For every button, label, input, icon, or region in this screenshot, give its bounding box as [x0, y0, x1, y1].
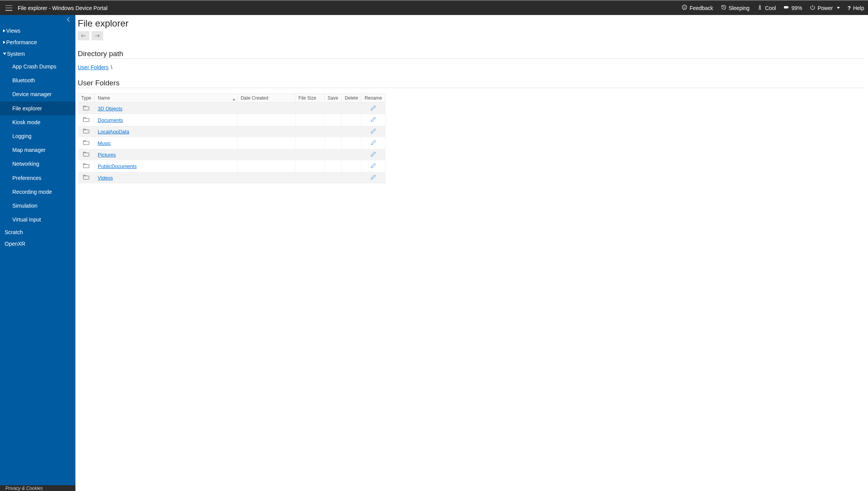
- forward-button[interactable]: [92, 31, 103, 40]
- folder-link[interactable]: PublicDocuments: [98, 163, 137, 169]
- pencil-icon[interactable]: [371, 128, 376, 134]
- svg-point-1: [684, 7, 684, 7]
- type-cell: [78, 137, 95, 149]
- sidebar-item-file-explorer[interactable]: File explorer: [0, 102, 75, 115]
- folder-link[interactable]: Documents: [98, 117, 123, 123]
- sidebar-item-networking[interactable]: Networking: [0, 157, 75, 171]
- table-row: Documents: [78, 114, 386, 126]
- date-cell: [237, 172, 295, 183]
- sidebar-item-device-manager[interactable]: Device manager: [0, 87, 75, 101]
- date-cell: [237, 114, 295, 126]
- sidebar-item-label: OpenXR: [5, 241, 25, 247]
- delete-cell: [341, 160, 361, 172]
- sidebar-item-kiosk-mode[interactable]: Kiosk mode: [0, 115, 75, 129]
- sidebar-item-recording-mode[interactable]: Recording mode: [0, 185, 75, 199]
- sidebar-item-label: Bluetooth: [12, 77, 35, 83]
- feedback-label: Feedback: [689, 5, 713, 11]
- sidebar-item-label: File explorer: [12, 105, 42, 112]
- size-cell: [295, 103, 324, 115]
- table-row: 3D Objects: [78, 103, 386, 115]
- folder-icon: [83, 175, 89, 181]
- thermometer-icon: [757, 5, 763, 11]
- folder-link[interactable]: 3D Objects: [98, 106, 122, 112]
- svg-rect-10: [83, 130, 89, 133]
- col-rename[interactable]: Rename: [361, 94, 385, 103]
- rename-cell: [361, 160, 385, 172]
- folder-icon: [83, 163, 89, 169]
- save-cell: [324, 103, 341, 115]
- name-cell: 3D Objects: [95, 103, 238, 115]
- privacy-link[interactable]: Privacy & Cookies: [5, 486, 43, 491]
- chevron-down-icon: [3, 53, 6, 55]
- sidebar-item-bluetooth[interactable]: Bluetooth: [0, 73, 75, 87]
- folder-link[interactable]: Music: [98, 140, 111, 146]
- back-button[interactable]: [78, 31, 89, 40]
- smiley-icon: [682, 5, 687, 11]
- battery-icon: [784, 5, 789, 11]
- temperature-status[interactable]: Cool: [757, 5, 776, 11]
- pencil-icon[interactable]: [371, 105, 376, 111]
- sidebar-item-label: Device manager: [12, 91, 52, 97]
- nav-group-system[interactable]: System: [0, 48, 75, 60]
- help-button[interactable]: ? Help: [848, 5, 864, 11]
- power-label: Power: [818, 5, 833, 11]
- col-type[interactable]: Type: [78, 94, 95, 103]
- listing-heading: User Folders: [78, 79, 865, 88]
- date-cell: [237, 137, 295, 149]
- nav-group-performance[interactable]: Performance: [0, 37, 75, 48]
- name-cell: Documents: [95, 114, 238, 126]
- svg-rect-8: [83, 107, 89, 110]
- sidebar-item-openxr[interactable]: OpenXR: [0, 238, 75, 250]
- sleep-label: Sleeping: [729, 5, 750, 11]
- sidebar-item-label: Logging: [12, 133, 32, 139]
- col-date[interactable]: Date Created: [237, 94, 295, 103]
- battery-status[interactable]: 99%: [784, 5, 802, 11]
- sidebar-item-label: Simulation: [12, 203, 37, 209]
- col-size[interactable]: File Size: [295, 94, 324, 103]
- save-cell: [324, 172, 341, 183]
- col-name[interactable]: Name: [95, 94, 238, 103]
- col-delete[interactable]: Delete: [341, 94, 361, 103]
- folder-icon: [83, 117, 89, 123]
- type-cell: [78, 149, 95, 160]
- pencil-icon[interactable]: [371, 117, 376, 122]
- save-cell: [324, 126, 341, 137]
- chevron-right-icon: [3, 41, 5, 44]
- type-cell: [78, 114, 95, 126]
- sidebar-item-app-crash-dumps[interactable]: App Crash Dumps: [0, 60, 75, 73]
- feedback-button[interactable]: Feedback: [682, 5, 713, 11]
- hamburger-menu-icon[interactable]: [5, 5, 12, 11]
- breadcrumb-root[interactable]: User Folders: [78, 64, 108, 70]
- sidebar-item-preferences[interactable]: Preferences: [0, 171, 75, 185]
- name-cell: PublicDocuments: [95, 160, 238, 172]
- pencil-icon[interactable]: [371, 174, 376, 180]
- save-cell: [324, 160, 341, 172]
- sidebar-footer[interactable]: Privacy & Cookies: [0, 485, 75, 491]
- col-save[interactable]: Save: [324, 94, 341, 103]
- sidebar-item-scratch[interactable]: Scratch: [0, 226, 75, 238]
- chevron-right-icon: [3, 29, 5, 32]
- nav-group-views[interactable]: Views: [0, 25, 75, 37]
- arrow-left-icon: [81, 33, 86, 39]
- sidebar-item-map-manager[interactable]: Map manager: [0, 143, 75, 157]
- help-label: Help: [853, 5, 864, 11]
- folder-link[interactable]: LocalAppData: [98, 129, 129, 135]
- sidebar-item-simulation[interactable]: Simulation: [0, 199, 75, 213]
- name-cell: Pictures: [95, 149, 238, 160]
- folder-link[interactable]: Pictures: [98, 152, 116, 158]
- sidebar-item-label: Kiosk mode: [12, 119, 40, 125]
- pencil-icon[interactable]: [371, 140, 376, 145]
- pencil-icon[interactable]: [371, 163, 376, 168]
- folder-link[interactable]: Videos: [98, 175, 113, 181]
- svg-rect-11: [83, 141, 89, 145]
- sleep-status[interactable]: Sleeping: [721, 5, 750, 11]
- sidebar-item-logging[interactable]: Logging: [0, 129, 75, 143]
- power-menu[interactable]: Power: [810, 5, 840, 11]
- sidebar-item-label: Virtual Input: [12, 216, 41, 223]
- size-cell: [295, 160, 324, 172]
- table-row: Videos: [78, 172, 386, 183]
- sidebar-collapse-chevron-icon[interactable]: [68, 18, 72, 23]
- sidebar-item-virtual-input[interactable]: Virtual Input: [0, 213, 75, 226]
- table-row: PublicDocuments: [78, 160, 386, 172]
- pencil-icon[interactable]: [371, 151, 376, 157]
